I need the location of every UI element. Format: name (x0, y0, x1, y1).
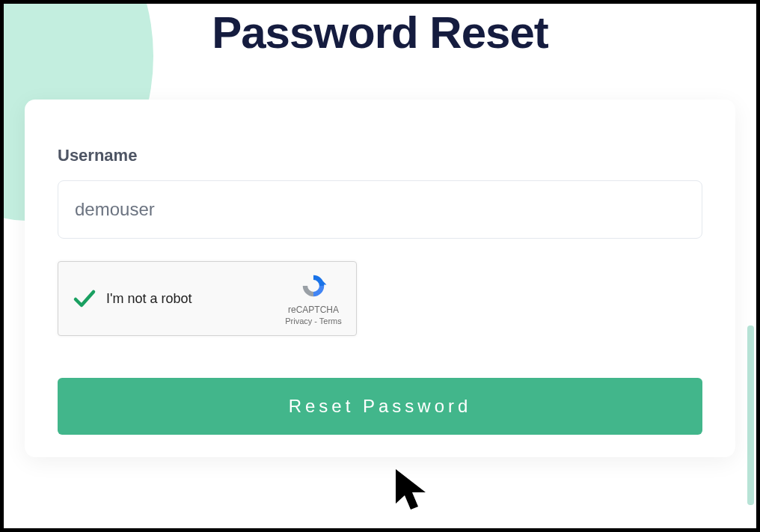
reset-card: Username I'm not a robot reCAPTCH (25, 100, 735, 457)
page-title: Password Reset (4, 4, 756, 58)
reset-password-button[interactable]: Reset Password (58, 378, 702, 435)
recaptcha-separator: - (312, 317, 319, 325)
cursor-icon (393, 468, 435, 520)
recaptcha-widget[interactable]: I'm not a robot reCAPTCHA Privacy - Term… (58, 261, 357, 336)
page-frame: Password Reset Username I'm not a robot (0, 0, 760, 532)
header: Password Reset (4, 4, 756, 86)
username-label: Username (58, 146, 702, 165)
recaptcha-label: I'm not a robot (102, 291, 280, 307)
recaptcha-brand: reCAPTCHA (288, 305, 339, 315)
recaptcha-logo-icon (299, 272, 328, 303)
recaptcha-privacy-link[interactable]: Privacy (285, 317, 312, 325)
recaptcha-check-icon (67, 285, 102, 312)
recaptcha-brand-block: reCAPTCHA Privacy - Terms (280, 272, 347, 325)
recaptcha-links: Privacy - Terms (285, 317, 342, 325)
username-input[interactable] (58, 180, 702, 239)
svg-marker-1 (396, 469, 426, 510)
side-accent (747, 325, 754, 505)
recaptcha-terms-link[interactable]: Terms (319, 317, 342, 325)
